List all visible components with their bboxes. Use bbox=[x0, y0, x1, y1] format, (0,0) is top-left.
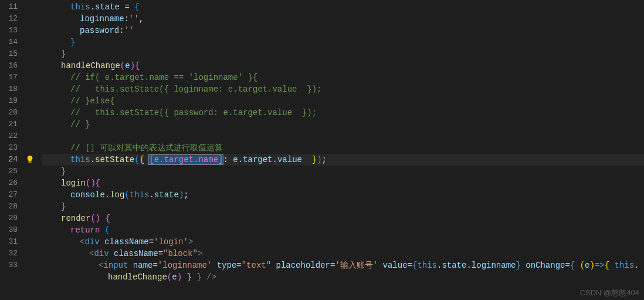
line-number[interactable]: 17 bbox=[0, 72, 26, 83]
code-line[interactable]: // this.setState({ loginname: e.target.v… bbox=[42, 83, 644, 95]
code-line[interactable]: loginname:'', bbox=[42, 13, 644, 25]
line-number[interactable]: 15 bbox=[0, 48, 26, 60]
code-line[interactable]: password:'' bbox=[42, 25, 644, 36]
code-line[interactable]: <div className='login'> bbox=[42, 236, 644, 248]
line-number[interactable]: 21 bbox=[0, 119, 26, 130]
code-line[interactable]: // [] 可以对其中的表达式进行取值运算 bbox=[42, 142, 644, 154]
code-line[interactable]: // this.setState({ password: e.target.va… bbox=[42, 107, 644, 119]
code-line[interactable]: // }else{ bbox=[42, 95, 644, 107]
code-line[interactable]: } bbox=[42, 36, 644, 48]
line-number[interactable]: 30 bbox=[0, 224, 26, 236]
line-number[interactable]: 31 bbox=[0, 236, 26, 248]
line-number[interactable]: 33 bbox=[0, 259, 26, 271]
line-number[interactable]: 28 bbox=[0, 201, 26, 213]
svg-rect-0 bbox=[28, 161, 31, 162]
line-number-gutter[interactable]: 11 12 13 14 15 16 17 18 19 20 21 22 23 2… bbox=[0, 0, 26, 300]
line-number[interactable]: 20 bbox=[0, 107, 26, 119]
code-area[interactable]: this.state = { loginname:'', password:''… bbox=[26, 0, 644, 300]
code-line[interactable]: <input name='loginname' type="text" plac… bbox=[42, 259, 644, 271]
line-number[interactable]: 29 bbox=[0, 213, 26, 224]
line-number-active[interactable]: 24 bbox=[0, 154, 26, 166]
line-number[interactable] bbox=[0, 271, 26, 283]
code-line[interactable]: this.state = { bbox=[42, 1, 644, 13]
code-line[interactable]: handleChange(e){ bbox=[42, 60, 644, 72]
line-number[interactable]: 14 bbox=[0, 36, 26, 48]
line-number[interactable]: 22 bbox=[0, 130, 26, 142]
line-number[interactable]: 13 bbox=[0, 25, 26, 36]
line-number[interactable]: 26 bbox=[0, 177, 26, 189]
line-number[interactable]: 18 bbox=[0, 83, 26, 95]
line-number[interactable]: 23 bbox=[0, 142, 26, 154]
code-line[interactable]: // } bbox=[42, 119, 644, 130]
code-line[interactable]: } bbox=[42, 201, 644, 213]
code-line[interactable]: } bbox=[42, 48, 644, 60]
code-line[interactable]: console.log(this.state); bbox=[42, 189, 644, 201]
line-number[interactable]: 25 bbox=[0, 166, 26, 177]
line-number[interactable]: 16 bbox=[0, 60, 26, 72]
code-line[interactable]: login(){ bbox=[42, 177, 644, 189]
code-line[interactable]: } bbox=[42, 166, 644, 177]
code-line-wrap[interactable]: handleChange(e) } } /> bbox=[42, 271, 644, 283]
code-line[interactable]: // if( e.target.name == 'loginname' ){ bbox=[42, 72, 644, 83]
line-number[interactable]: 11 bbox=[0, 1, 26, 13]
watermark-text: CSDN @憨憨404 bbox=[580, 288, 639, 298]
code-line-active[interactable]: this.setState({ [e.target.name]: e.targe… bbox=[42, 154, 644, 166]
code-line[interactable] bbox=[42, 130, 644, 142]
code-line[interactable]: render() { bbox=[42, 213, 644, 224]
line-number[interactable]: 27 bbox=[0, 189, 26, 201]
line-number[interactable]: 19 bbox=[0, 95, 26, 107]
line-number[interactable]: 12 bbox=[0, 13, 26, 25]
lightbulb-icon[interactable] bbox=[26, 155, 34, 163]
code-editor[interactable]: 11 12 13 14 15 16 17 18 19 20 21 22 23 2… bbox=[0, 0, 644, 300]
code-line[interactable]: <div className="block"> bbox=[42, 248, 644, 259]
code-line[interactable]: return ( bbox=[42, 224, 644, 236]
line-number[interactable]: 32 bbox=[0, 248, 26, 259]
